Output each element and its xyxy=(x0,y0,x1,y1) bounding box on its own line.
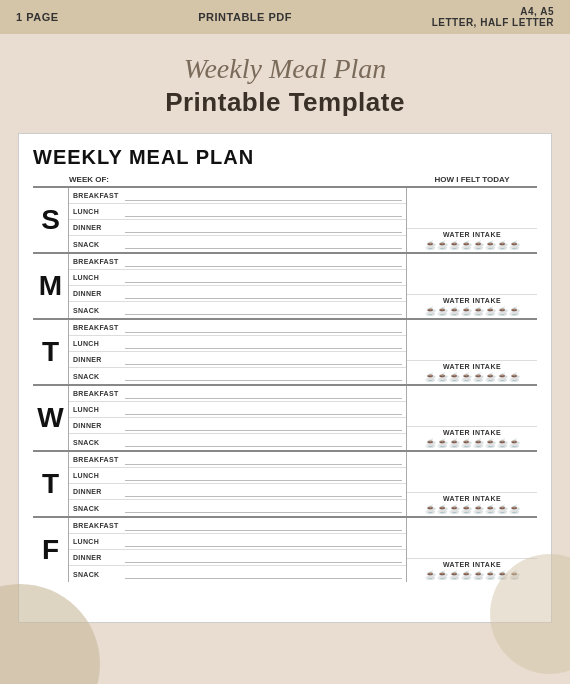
meal-label-3-3: SNACK xyxy=(73,439,125,446)
meal-line-1-1 xyxy=(125,273,402,283)
cup-icon-0-5: ☕ xyxy=(485,240,496,250)
cup-icon-2-7: ☕ xyxy=(509,372,520,382)
cup-icon-5-2: ☕ xyxy=(449,570,460,580)
meal-label-4-3: SNACK xyxy=(73,505,125,512)
water-section-3: WATER INTAKE☕☕☕☕☕☕☕☕ xyxy=(407,427,537,450)
meal-label-0-3: SNACK xyxy=(73,241,125,248)
meal-label-5-1: LUNCH xyxy=(73,538,125,545)
day-section-1: MBREAKFASTLUNCHDINNERSNACKWATER INTAKE☕☕… xyxy=(33,252,537,318)
meal-label-3-1: LUNCH xyxy=(73,406,125,413)
meal-row-5-2: DINNER xyxy=(69,550,406,566)
cup-icon-5-4: ☕ xyxy=(473,570,484,580)
cup-icon-1-4: ☕ xyxy=(473,306,484,316)
water-label-4: WATER INTAKE xyxy=(443,495,501,502)
cup-icon-4-4: ☕ xyxy=(473,504,484,514)
day-meals-1: BREAKFASTLUNCHDINNERSNACK xyxy=(69,254,407,318)
water-label-0: WATER INTAKE xyxy=(443,231,501,238)
day-letter-2: T xyxy=(33,320,69,384)
meal-row-3-0: BREAKFAST xyxy=(69,386,406,402)
meal-row-3-1: LUNCH xyxy=(69,402,406,418)
cup-icon-0-4: ☕ xyxy=(473,240,484,250)
meal-label-4-1: LUNCH xyxy=(73,472,125,479)
meal-label-4-2: DINNER xyxy=(73,488,125,495)
meal-line-5-3 xyxy=(125,569,402,579)
meal-label-5-3: SNACK xyxy=(73,571,125,578)
meal-row-1-0: BREAKFAST xyxy=(69,254,406,270)
water-cups-1: ☕☕☕☕☕☕☕☕ xyxy=(425,306,520,316)
meal-row-2-2: DINNER xyxy=(69,352,406,368)
meal-row-0-2: DINNER xyxy=(69,220,406,236)
water-label-2: WATER INTAKE xyxy=(443,363,501,370)
meal-row-0-0: BREAKFAST xyxy=(69,188,406,204)
day-right-4: WATER INTAKE☕☕☕☕☕☕☕☕ xyxy=(407,452,537,516)
day-section-0: SBREAKFASTLUNCHDINNERSNACKWATER INTAKE☕☕… xyxy=(33,186,537,252)
meal-row-5-1: LUNCH xyxy=(69,534,406,550)
meal-row-4-3: SNACK xyxy=(69,500,406,516)
meal-label-0-1: LUNCH xyxy=(73,208,125,215)
day-letter-1: M xyxy=(33,254,69,318)
meal-row-0-3: SNACK xyxy=(69,236,406,252)
day-meals-4: BREAKFASTLUNCHDINNERSNACK xyxy=(69,452,407,516)
cup-icon-2-2: ☕ xyxy=(449,372,460,382)
day-letter-5: F xyxy=(33,518,69,582)
size-label: A4, A5 LETTER, HALF LETTER xyxy=(432,6,554,28)
week-header: WEEK OF: HOW I FELT TODAY xyxy=(33,175,537,184)
cup-icon-1-7: ☕ xyxy=(509,306,520,316)
felt-box-2 xyxy=(407,320,537,361)
day-right-0: WATER INTAKE☕☕☕☕☕☕☕☕ xyxy=(407,188,537,252)
meal-line-1-2 xyxy=(125,289,402,299)
cup-icon-1-6: ☕ xyxy=(497,306,508,316)
water-label-3: WATER INTAKE xyxy=(443,429,501,436)
meal-row-4-2: DINNER xyxy=(69,484,406,500)
felt-box-1 xyxy=(407,254,537,295)
day-meals-3: BREAKFASTLUNCHDINNERSNACK xyxy=(69,386,407,450)
document-area: WEEKLY MEAL PLAN WEEK OF: HOW I FELT TOD… xyxy=(18,133,552,623)
how-felt-label: HOW I FELT TODAY xyxy=(407,175,537,184)
meal-line-2-3 xyxy=(125,371,402,381)
day-letter-3: W xyxy=(33,386,69,450)
cup-icon-3-0: ☕ xyxy=(425,438,436,448)
meal-line-0-2 xyxy=(125,223,402,233)
day-right-2: WATER INTAKE☕☕☕☕☕☕☕☕ xyxy=(407,320,537,384)
day-letter-0: S xyxy=(33,188,69,252)
felt-box-4 xyxy=(407,452,537,493)
meal-label-5-2: DINNER xyxy=(73,554,125,561)
meal-line-5-1 xyxy=(125,537,402,547)
meal-line-4-3 xyxy=(125,503,402,513)
meal-row-2-3: SNACK xyxy=(69,368,406,384)
meal-line-3-3 xyxy=(125,437,402,447)
water-section-2: WATER INTAKE☕☕☕☕☕☕☕☕ xyxy=(407,361,537,384)
cup-icon-5-5: ☕ xyxy=(485,570,496,580)
meal-line-4-2 xyxy=(125,487,402,497)
day-section-4: TBREAKFASTLUNCHDINNERSNACKWATER INTAKE☕☕… xyxy=(33,450,537,516)
cup-icon-3-1: ☕ xyxy=(437,438,448,448)
meal-label-2-3: SNACK xyxy=(73,373,125,380)
meal-line-1-0 xyxy=(125,257,402,267)
meal-row-5-3: SNACK xyxy=(69,566,406,582)
days-container: SBREAKFASTLUNCHDINNERSNACKWATER INTAKE☕☕… xyxy=(33,186,537,582)
meal-row-2-1: LUNCH xyxy=(69,336,406,352)
cup-icon-3-6: ☕ xyxy=(497,438,508,448)
meal-row-1-2: DINNER xyxy=(69,286,406,302)
meal-label-1-3: SNACK xyxy=(73,307,125,314)
meal-row-1-1: LUNCH xyxy=(69,270,406,286)
cup-icon-3-5: ☕ xyxy=(485,438,496,448)
day-meals-0: BREAKFASTLUNCHDINNERSNACK xyxy=(69,188,407,252)
top-bar: 1 PAGE PRINTABLE PDF A4, A5 LETTER, HALF… xyxy=(0,0,570,34)
felt-box-0 xyxy=(407,188,537,229)
meal-label-3-0: BREAKFAST xyxy=(73,390,125,397)
meal-label-0-2: DINNER xyxy=(73,224,125,231)
meal-row-0-1: LUNCH xyxy=(69,204,406,220)
cup-icon-0-0: ☕ xyxy=(425,240,436,250)
meal-line-1-3 xyxy=(125,305,402,315)
meal-label-4-0: BREAKFAST xyxy=(73,456,125,463)
cup-icon-0-1: ☕ xyxy=(437,240,448,250)
water-section-4: WATER INTAKE☕☕☕☕☕☕☕☕ xyxy=(407,493,537,516)
meal-line-2-1 xyxy=(125,339,402,349)
cup-icon-0-2: ☕ xyxy=(449,240,460,250)
meal-label-3-2: DINNER xyxy=(73,422,125,429)
meal-row-3-3: SNACK xyxy=(69,434,406,450)
cup-icon-2-4: ☕ xyxy=(473,372,484,382)
meal-line-4-0 xyxy=(125,455,402,465)
hero-title-block: Printable Template xyxy=(20,86,550,120)
